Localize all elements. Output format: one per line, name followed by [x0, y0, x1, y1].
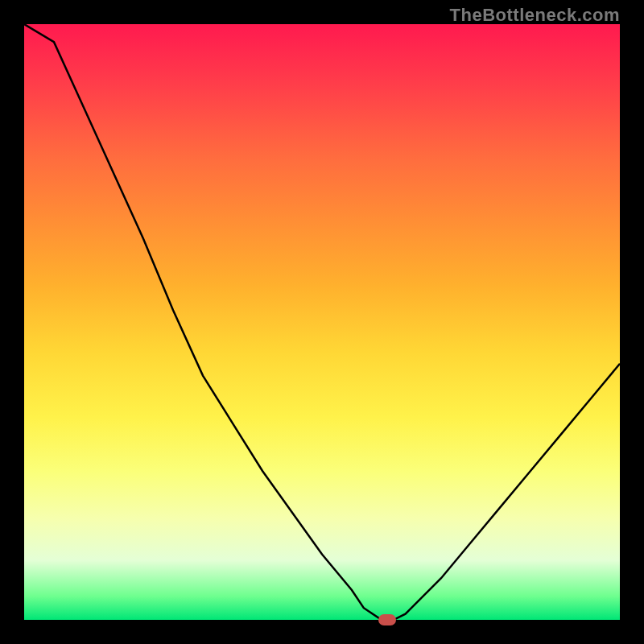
curve-path: [24, 24, 620, 620]
plot-area: [24, 24, 620, 620]
chart-container: TheBottleneck.com: [0, 0, 644, 644]
optimal-point-marker: [378, 614, 396, 625]
watermark-text: TheBottleneck.com: [450, 5, 620, 26]
bottleneck-curve: [24, 24, 620, 620]
